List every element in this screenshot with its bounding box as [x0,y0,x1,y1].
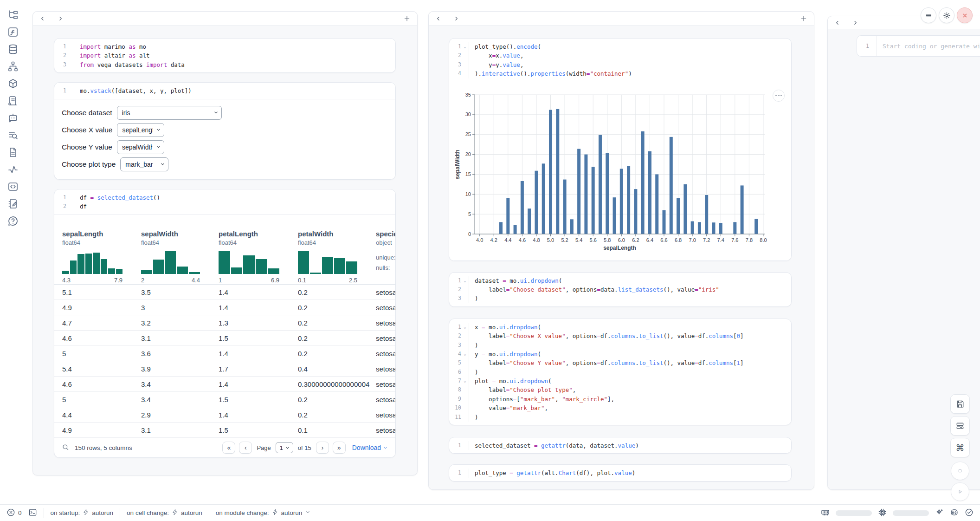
terminal-icon[interactable] [28,508,37,518]
column-next-button[interactable] [453,15,459,22]
code-line[interactable]: 10 value="mark_bar", [449,404,791,412]
dropdown-select[interactable]: iris [117,106,221,119]
save-button[interactable] [950,394,970,414]
column-next-button[interactable] [57,15,64,22]
table-row[interactable]: 4.63.11.50.2setosa [54,331,395,346]
add-cell-button[interactable] [403,15,411,22]
code-line[interactable]: 2 label="Choose dataset", options=data.l… [449,285,791,294]
cell-empty[interactable]: 1 Start coding or generate with AI [857,35,980,57]
table-row[interactable]: 4.93.11.50.1setosa [54,423,395,438]
sidebar-help-button[interactable] [7,215,19,227]
code-line[interactable]: 3) [449,294,791,303]
code-line[interactable]: 9 options=["mark_bar", "mark_circle"], [449,395,791,404]
connection-status-icon[interactable] [965,508,974,518]
download-button[interactable]: Download [352,444,388,451]
code-line[interactable]: 2df [54,202,395,211]
sidebar-chat-button[interactable] [7,112,19,124]
code-line[interactable]: 2 label="Choose X value", options=df.col… [449,332,791,340]
code-editor[interactable]: 1df = selected_dataset()2df [54,189,395,215]
code-editor[interactable]: 1⌄dataset = mo.ui.dropdown(2 label="Choo… [449,273,791,306]
fold-icon[interactable]: ⌄ [461,377,469,385]
column-prev-button[interactable] [39,15,46,22]
search-icon[interactable] [62,443,69,452]
table-row[interactable]: 4.63.41.40.30000000000000004setosa [54,377,395,392]
sidebar-logs-button[interactable] [7,129,19,141]
code-placeholder[interactable]: Start coding or generate with AI [877,36,980,56]
fold-icon[interactable]: ⌄ [461,323,469,332]
column-prev-button[interactable] [834,20,841,26]
cpu-usage-meter[interactable] [893,510,929,516]
code-line[interactable]: 1import marimo as mo [54,42,395,51]
on-cell-change-setting[interactable]: on cell change: autorun [127,509,202,517]
stop-button[interactable] [951,462,969,480]
code-line[interactable]: 8 label="Choose plot type", [449,385,791,394]
sidebar-packages-button[interactable] [7,78,19,90]
table-row[interactable]: 5.13.51.40.2setosa [54,285,395,300]
dropdown-select[interactable]: mark_bar [121,158,168,171]
dropdown-select[interactable]: sepalWidth [117,141,164,154]
dropdown-select[interactable]: sepalLength [117,124,164,137]
generate-link[interactable]: generate [941,43,970,50]
page-select[interactable]: 1 [276,443,293,453]
table-row[interactable]: 4.931.40.2setosa [54,300,395,315]
sidebar-datasources-button[interactable] [7,43,19,55]
ai-sparkles-icon[interactable] [935,508,944,518]
on-startup-setting[interactable]: on startup: autorun [51,509,114,517]
altair-bar-chart[interactable]: 4.04.24.44.64.85.05.25.45.65.86.06.26.46… [455,85,784,260]
table-row[interactable]: 53.41.50.2setosa [54,392,395,407]
column-prev-button[interactable] [435,15,442,22]
code-editor[interactable]: 1⌄x = mo.ui.dropdown(2 label="Choose X v… [449,319,791,425]
code-line[interactable]: 3from vega_datasets import data [54,60,395,69]
code-line[interactable]: 6) [449,368,791,377]
column-header-petalWidth[interactable]: petalWidthfloat640.12.5 [298,215,376,284]
first-page-button[interactable]: « [222,442,235,454]
fold-icon[interactable]: ⌄ [461,350,469,358]
sidebar-snippets-button[interactable] [7,181,19,193]
code-line[interactable]: 5 label="Choose Y value", options=df.col… [449,358,791,367]
shortcuts-button[interactable]: ⌘ [950,438,970,457]
sidebar-function-button[interactable] [7,26,19,38]
code-line[interactable]: 2import altair as alt [54,51,395,60]
code-line[interactable]: 1selected_dataset = getattr(data, datase… [449,441,791,450]
code-line[interactable]: 1df = selected_dataset() [54,193,395,202]
code-line[interactable]: 11) [449,413,791,422]
code-line[interactable]: 4).interactive().properties(width="conta… [449,69,791,78]
column-header-petalLength[interactable]: petalLengthfloat6416.9 [219,215,298,284]
code-editor[interactable]: 1selected_dataset = getattr(data, datase… [449,437,791,453]
sidebar-file-tree-button[interactable] [7,9,19,21]
column-next-button[interactable] [852,20,858,26]
next-page-button[interactable]: › [316,442,329,454]
close-button[interactable] [957,7,973,23]
code-line[interactable]: 1⌄x = mo.ui.dropdown( [449,323,791,332]
column-header-species[interactable]: speciesobjectunique:nulls: [376,215,395,284]
code-line[interactable]: 1mo.vstack([dataset, x, y, plot]) [54,86,395,95]
column-header-sepalWidth[interactable]: sepalWidthfloat6424.4 [141,215,219,284]
fold-icon[interactable]: ⌄ [461,276,469,285]
add-cell-button[interactable] [800,15,807,22]
code-line[interactable]: 3 y=y.value, [449,60,791,69]
settings-button[interactable] [939,7,954,23]
run-button[interactable] [951,482,969,501]
code-line[interactable]: 7⌄plot = mo.ui.dropdown( [449,377,791,385]
fold-icon[interactable]: ⌄ [461,42,469,51]
chart-menu-button[interactable] [773,90,785,102]
error-counter[interactable]: 0 [6,508,22,518]
sidebar-scratchpad-button[interactable] [7,198,19,210]
column-header-sepalLength[interactable]: sepalLengthfloat644.37.9 [62,215,141,284]
sidebar-dependency-graph-button[interactable] [7,60,19,72]
code-editor[interactable]: 1plot_type = getattr(alt.Chart(df), plot… [449,465,791,481]
sidebar-tracing-button[interactable] [7,163,19,176]
table-row[interactable]: 4.73.21.30.2setosa [54,315,395,331]
layout-button[interactable] [950,416,970,436]
code-line[interactable]: 2 x=x.value, [449,51,791,60]
table-row[interactable]: 5.43.91.70.4setosa [54,361,395,377]
prev-page-button[interactable]: ‹ [239,442,252,454]
table-row[interactable]: 4.42.91.40.2setosa [54,407,395,423]
menu-button[interactable] [921,7,936,23]
last-page-button[interactable]: » [333,442,346,454]
ram-usage-meter[interactable] [836,510,872,516]
on-module-change-setting[interactable]: on module change: autorun [216,509,311,517]
sidebar-documentation-button[interactable] [7,146,19,158]
table-row[interactable]: 53.61.40.2setosa [54,346,395,361]
code-line[interactable]: 4⌄y = mo.ui.dropdown( [449,350,791,358]
